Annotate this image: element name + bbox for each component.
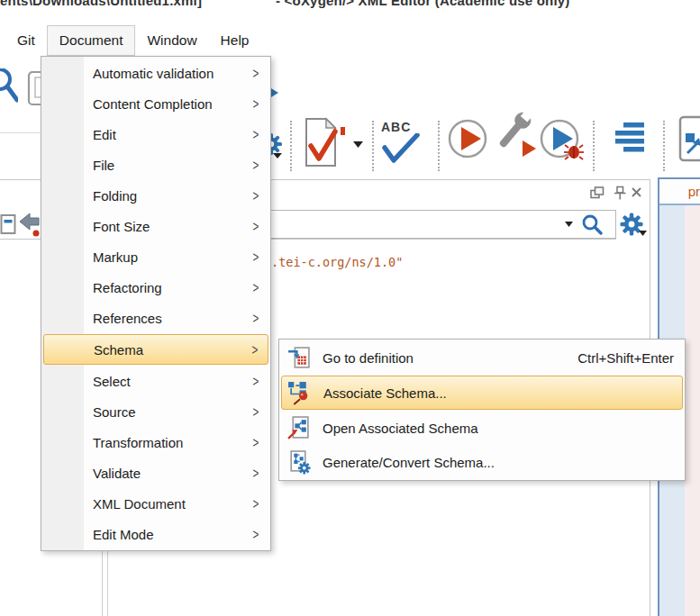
submenu-arrow-icon: > <box>253 156 259 174</box>
menu-item-file[interactable]: File> <box>41 149 270 180</box>
settings-dropdown-arrow-icon[interactable] <box>639 231 649 237</box>
menubar: Git Document Window Help <box>0 25 700 56</box>
toolbar-divider <box>0 132 40 133</box>
menu-item-markup[interactable]: Markup> <box>41 241 270 272</box>
toolbar-separator <box>290 121 292 171</box>
validate-document-icon[interactable] <box>304 117 340 169</box>
menu-item-select[interactable]: Select> <box>41 366 270 396</box>
menu-item-edit-mode[interactable]: Edit Mode> <box>41 519 270 549</box>
menu-item-refactoring[interactable]: Refactoring> <box>41 272 270 303</box>
submenu-arrow-icon: > <box>253 95 259 113</box>
generate-convert-schema-icon <box>286 450 311 475</box>
submenu-arrow-icon: > <box>253 186 259 204</box>
debug-transformation-icon[interactable] <box>539 118 586 165</box>
submenu-arrow-icon: > <box>253 525 259 543</box>
open-associated-schema-icon <box>286 416 311 440</box>
shortcut-label: Ctrl+Shift+Enter <box>577 350 674 366</box>
go-to-definition-icon <box>286 346 311 370</box>
submenu-item-generate-convert-schema[interactable]: Generate/Convert Schema... <box>279 445 685 479</box>
menu-item-source[interactable]: Source> <box>41 396 270 427</box>
collapse-all-icon[interactable] <box>0 213 17 237</box>
window-title-app: - <oXygen/> XML Editor (Academic use onl… <box>276 0 570 8</box>
menubar-item-window[interactable]: Window <box>135 25 208 56</box>
submenu-arrow-icon: > <box>253 217 259 235</box>
editor-gutter-line <box>107 547 108 616</box>
submenu-arrow-icon: > <box>252 340 259 358</box>
toolbar-separator <box>438 121 440 171</box>
configure-transformation-icon[interactable] <box>490 110 541 166</box>
close-panel-icon[interactable] <box>631 186 643 199</box>
toolbar-separator <box>593 121 595 171</box>
dropdown-arrow-icon[interactable] <box>353 141 365 149</box>
menu-item-edit[interactable]: Edit> <box>41 119 270 149</box>
menubar-item-document[interactable]: Document <box>47 25 136 56</box>
submenu-arrow-icon: > <box>253 494 259 512</box>
search-dropdown-arrow-icon[interactable] <box>565 222 575 228</box>
submenu-item-associate-schema[interactable]: Associate Schema... <box>281 376 683 410</box>
menu-item-validate[interactable]: Validate> <box>41 457 270 488</box>
submenu-arrow-icon: > <box>253 309 259 327</box>
schema-submenu: Go to definition Ctrl+Shift+Enter Associ… <box>278 339 686 481</box>
menu-item-references[interactable]: References> <box>41 303 270 333</box>
submenu-item-go-to-definition[interactable]: Go to definition Ctrl+Shift+Enter <box>279 340 685 375</box>
submenu-arrow-icon: > <box>253 248 259 266</box>
toolbar-separator <box>372 121 374 171</box>
spell-check-icon[interactable]: ABC <box>381 119 426 169</box>
menubar-item-help[interactable]: Help <box>209 25 261 56</box>
application-window: ents\Downloads\Untitled1.xml] - <oXygen/… <box>0 0 700 616</box>
editor-gutter-line <box>102 547 103 616</box>
bug-icon <box>564 145 584 159</box>
right-panel-header: pr <box>659 179 700 205</box>
dropdown-arrow-icon[interactable] <box>273 153 284 159</box>
document-menu: Automatic validation> Content Completion… <box>41 56 271 551</box>
search-icon[interactable] <box>0 68 18 106</box>
submenu-arrow-icon: > <box>253 278 259 296</box>
associate-schema-icon <box>287 381 312 405</box>
toolbar-fragment-icon <box>341 127 347 136</box>
submenu-item-open-associated-schema[interactable]: Open Associated Schema <box>279 411 685 445</box>
right-panel-title: pr <box>688 184 700 199</box>
format-indent-icon[interactable] <box>615 121 646 155</box>
menu-item-folding[interactable]: Folding> <box>41 180 270 211</box>
apply-edits-icon[interactable] <box>678 115 700 164</box>
toolbar-separator <box>663 121 665 171</box>
back-arrow-icon[interactable] <box>20 211 41 238</box>
menu-item-font-size[interactable]: Font Size> <box>41 211 270 241</box>
menu-item-content-completion[interactable]: Content Completion> <box>41 88 270 119</box>
menubar-item-git[interactable]: Git <box>5 25 47 56</box>
menu-item-automatic-validation[interactable]: Automatic validation> <box>41 58 270 88</box>
submenu-arrow-icon: > <box>253 64 259 82</box>
menu-item-schema[interactable]: Schema> <box>43 334 268 365</box>
submenu-arrow-icon: > <box>253 372 259 390</box>
submenu-arrow-icon: > <box>253 464 259 482</box>
float-panel-icon[interactable] <box>590 186 605 200</box>
menu-item-transformation[interactable]: Transformation> <box>41 427 270 457</box>
find-icon[interactable] <box>581 213 605 237</box>
submenu-arrow-icon: > <box>253 125 259 143</box>
right-panel-content <box>685 205 700 616</box>
run-transformation-icon[interactable] <box>447 118 488 159</box>
pin-panel-icon[interactable] <box>614 186 627 201</box>
submenu-arrow-icon: > <box>253 403 259 421</box>
window-title-path: ents\Downloads\Untitled1.xml] <box>0 0 202 8</box>
menu-item-xml-document[interactable]: XML Document> <box>41 488 270 519</box>
submenu-arrow-icon: > <box>253 433 259 451</box>
editor-attribute-value: .tei-c.org/ns/1.0" <box>271 255 403 269</box>
